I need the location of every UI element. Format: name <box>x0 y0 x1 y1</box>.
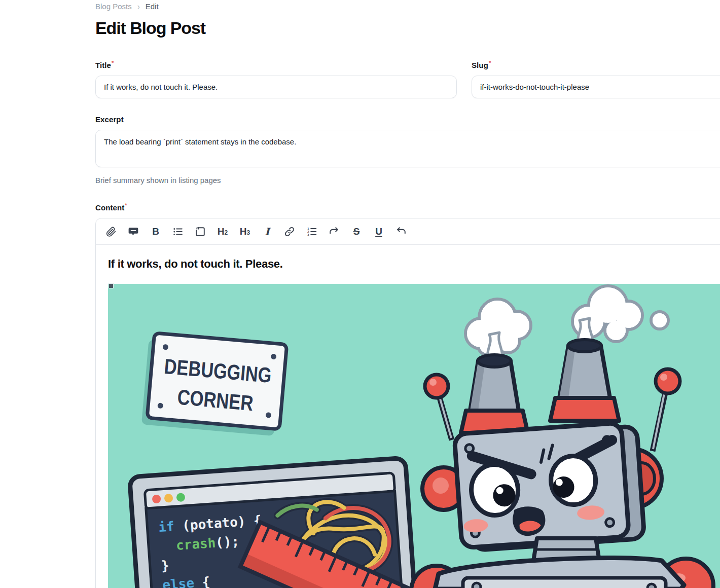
comment-icon <box>128 226 139 237</box>
blockquote-icon <box>195 226 206 237</box>
editor-content-area[interactable]: If it works, do not touch it. Please. <box>96 245 720 588</box>
blog-post-form: Title* Slug* Excerpt The load bearing `p… <box>95 61 720 588</box>
bold-button[interactable]: B <box>147 223 165 241</box>
paperclip-icon <box>105 226 117 237</box>
required-asterisk: * <box>125 202 127 208</box>
bullet-list-icon <box>172 226 184 237</box>
bold-icon: B <box>152 227 159 236</box>
link-icon <box>284 226 295 237</box>
ordered-list-button[interactable]: 1 2 3 <box>303 223 321 241</box>
link-button[interactable] <box>280 223 299 241</box>
excerpt-help-text: Brief summary shown in listing pages <box>95 176 720 185</box>
svg-text:}: } <box>161 558 170 573</box>
breadcrumb: Blog Posts › Edit <box>95 1 720 11</box>
undo-icon <box>395 226 407 237</box>
excerpt-textarea[interactable]: The load bearing `print` statement stays… <box>95 130 720 167</box>
svg-text:1: 1 <box>307 227 309 230</box>
redo-icon <box>329 226 340 237</box>
content-label: Content* <box>95 203 720 212</box>
heading-3-button[interactable]: H3 <box>236 223 254 241</box>
breadcrumb-blog-posts[interactable]: Blog Posts <box>95 2 132 11</box>
slug-field-group: Slug* <box>472 61 720 98</box>
post-image[interactable]: DEBUGGING CORNER <box>108 284 720 588</box>
required-asterisk: * <box>489 60 491 66</box>
page-title: Edit Blog Post <box>95 18 720 38</box>
breadcrumb-separator-icon: › <box>137 1 140 11</box>
editor-toolbar: B H2 <box>96 218 720 245</box>
title-field-group: Title* <box>95 61 457 98</box>
comment-button[interactable] <box>124 223 142 241</box>
strikethrough-button[interactable]: S <box>347 223 366 241</box>
ordered-list-icon: 1 2 3 <box>306 226 317 237</box>
breadcrumb-edit[interactable]: Edit <box>146 2 159 11</box>
heading-2-button[interactable]: H2 <box>213 223 232 241</box>
redo-button[interactable] <box>325 223 343 241</box>
post-heading: If it works, do not touch it. Please. <box>108 257 720 271</box>
underline-button[interactable]: U <box>370 223 388 241</box>
svg-text:3: 3 <box>307 233 309 236</box>
content-field-group: Content* <box>95 203 720 588</box>
svg-text:2: 2 <box>307 230 309 233</box>
edit-blog-post-page: Blog Posts › Edit Edit Blog Post Title* … <box>0 0 720 588</box>
rich-text-editor: B H2 <box>95 218 720 588</box>
blockquote-button[interactable] <box>191 223 209 241</box>
excerpt-label: Excerpt <box>95 115 720 124</box>
underline-icon: U <box>375 227 382 236</box>
post-illustration: DEBUGGING CORNER <box>108 284 720 588</box>
strikethrough-icon: S <box>353 227 360 236</box>
slug-label: Slug* <box>472 61 720 69</box>
attachment-button[interactable] <box>102 223 120 241</box>
bullet-list-button[interactable] <box>169 223 187 241</box>
image-resize-handle[interactable] <box>109 283 114 288</box>
slug-input[interactable] <box>472 76 720 98</box>
excerpt-field-group: Excerpt The load bearing `print` stateme… <box>95 115 720 185</box>
undo-button[interactable] <box>392 223 410 241</box>
title-input[interactable] <box>95 76 457 98</box>
heading-3-icon: H3 <box>240 227 250 236</box>
heading-2-icon: H2 <box>218 227 228 236</box>
title-label: Title* <box>95 61 457 69</box>
italic-button[interactable]: I <box>258 223 276 241</box>
italic-icon: I <box>265 227 269 237</box>
required-asterisk: * <box>112 60 114 66</box>
